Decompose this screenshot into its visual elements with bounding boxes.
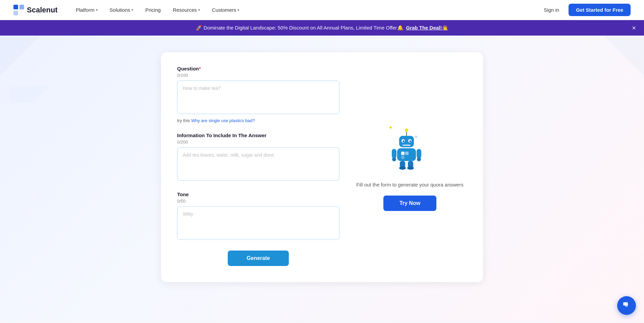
svg-rect-17: [401, 156, 405, 159]
nav-solutions[interactable]: Solutions ▾: [105, 4, 138, 15]
try-this-link[interactable]: Why are single use plastics bad?: [191, 118, 255, 123]
info-input[interactable]: [177, 147, 339, 181]
generate-button[interactable]: Generate: [228, 251, 288, 266]
sidebar-info-text: Fill out the form to generate your quora…: [356, 181, 463, 189]
robot-illustration: ✦: [390, 127, 430, 174]
svg-marker-4: [10, 86, 50, 103]
nav-pricing[interactable]: Pricing: [141, 4, 165, 15]
svg-rect-18: [392, 149, 396, 158]
star-decoration: ✦: [388, 124, 393, 131]
form-card: Question* 0/100 try this Why are single …: [161, 52, 483, 282]
get-started-button[interactable]: Get Started for Free: [569, 4, 631, 16]
question-field-group: Question* 0/100 try this Why are single …: [177, 66, 339, 123]
svg-rect-2: [13, 11, 18, 15]
logo-icon: [13, 5, 24, 15]
svg-point-11: [403, 141, 405, 142]
nav-platform[interactable]: Platform ▾: [71, 4, 102, 15]
info-counter: 0/200: [177, 140, 339, 145]
svg-point-6: [405, 128, 408, 132]
nav-customers[interactable]: Customers ▾: [207, 4, 244, 15]
question-input[interactable]: [177, 80, 339, 114]
svg-marker-3: [0, 36, 40, 76]
tone-field-group: Tone 0/50: [177, 192, 339, 241]
svg-point-25: [407, 166, 414, 170]
svg-point-20: [392, 157, 396, 161]
svg-point-12: [410, 141, 411, 142]
chevron-down-icon: ▾: [198, 8, 200, 12]
navbar: Scalenut Platform ▾ Solutions ▾ Pricing …: [0, 0, 644, 20]
svg-rect-13: [402, 145, 411, 146]
svg-marker-5: [604, 36, 644, 76]
svg-rect-28: [625, 304, 628, 307]
question-label: Question*: [177, 66, 339, 71]
form-layout: Question* 0/100 try this Why are single …: [177, 66, 467, 266]
svg-rect-0: [13, 5, 18, 9]
svg-point-26: [415, 136, 417, 138]
logo-text: Scalenut: [27, 6, 58, 14]
chevron-down-icon: ▾: [96, 8, 98, 12]
svg-point-21: [417, 157, 421, 161]
generate-btn-row: Generate: [177, 251, 339, 266]
banner-link[interactable]: Grab The Deal!👋: [406, 25, 448, 31]
bg-decoration-right: [577, 36, 644, 103]
form-section: Question* 0/100 try this Why are single …: [177, 66, 339, 266]
logo-link[interactable]: Scalenut: [13, 5, 58, 15]
bg-decoration-left: [0, 36, 67, 103]
question-counter: 0/100: [177, 73, 339, 78]
svg-rect-15: [401, 152, 405, 155]
navbar-nav: Platform ▾ Solutions ▾ Pricing Resources…: [71, 4, 540, 15]
chevron-down-icon: ▾: [237, 8, 239, 12]
banner-close-button[interactable]: ×: [632, 24, 636, 31]
info-field-group: Information To Include In The Answer 0/2…: [177, 132, 339, 182]
chat-button[interactable]: [617, 296, 636, 315]
promo-banner: 🚀 Dominate the Digital Landscape: 50% Di…: [0, 20, 644, 36]
svg-rect-1: [19, 5, 24, 9]
navbar-actions: Sign in Get Started for Free: [540, 4, 631, 16]
chat-icon: [623, 302, 631, 310]
svg-rect-19: [417, 149, 421, 158]
chevron-down-icon: ▾: [131, 8, 133, 12]
nav-resources[interactable]: Resources ▾: [168, 4, 205, 15]
try-now-button[interactable]: Try Now: [383, 196, 436, 211]
svg-point-24: [399, 166, 406, 170]
main-content: Question* 0/100 try this Why are single …: [0, 36, 644, 322]
try-this-hint: try this Why are single use plastics bad…: [177, 118, 339, 123]
signin-button[interactable]: Sign in: [540, 4, 563, 15]
robot-svg: [390, 127, 423, 171]
tone-counter: 0/50: [177, 199, 339, 204]
info-section: ✦: [353, 66, 467, 266]
tone-label: Tone: [177, 192, 339, 197]
svg-rect-16: [405, 152, 409, 155]
banner-text: 🚀 Dominate the Digital Landscape: 50% Di…: [196, 25, 404, 31]
tone-input[interactable]: [177, 206, 339, 240]
info-label: Information To Include In The Answer: [177, 132, 339, 138]
